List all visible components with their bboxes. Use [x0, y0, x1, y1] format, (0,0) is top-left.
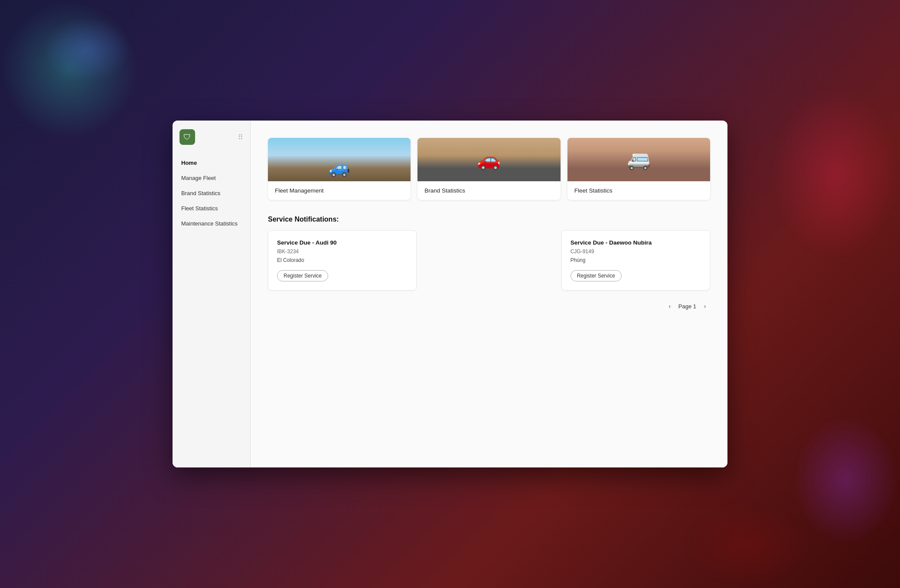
- main-content: Fleet Management Brand Statistics Fleet …: [251, 121, 727, 467]
- card-label-fleet-management: Fleet Management: [268, 181, 411, 200]
- notification-card-2: Service Due - Daewoo Nubira CJG-9149 Phù…: [561, 230, 710, 291]
- notif-location-1: El Colorado: [277, 257, 408, 263]
- jeep-image: [268, 138, 411, 181]
- prev-page-arrow[interactable]: ‹: [665, 301, 675, 311]
- app-window: 🛡 ⠿ Home Manage Fleet Brand Statistics F…: [173, 121, 727, 467]
- sports-car-image: [417, 138, 560, 181]
- feature-card-fleet-statistics[interactable]: Fleet Statistics: [567, 138, 710, 200]
- notification-card-1: Service Due - Audi 90 IBK-3234 El Colora…: [268, 230, 417, 291]
- notifications-row: Service Due - Audi 90 IBK-3234 El Colora…: [268, 230, 710, 291]
- card-label-brand-statistics: Brand Statistics: [417, 181, 560, 200]
- card-image-fleet-management: [268, 138, 411, 181]
- register-service-btn-2[interactable]: Register Service: [571, 270, 622, 281]
- sidebar-item-manage-fleet[interactable]: Manage Fleet: [173, 170, 250, 186]
- feature-card-fleet-management[interactable]: Fleet Management: [268, 138, 411, 200]
- page-label: Page 1: [678, 303, 696, 310]
- suv-image: [567, 138, 710, 181]
- notif-location-2: Phùng: [571, 257, 701, 263]
- sidebar: 🛡 ⠿ Home Manage Fleet Brand Statistics F…: [173, 121, 251, 467]
- sidebar-item-maintenance-statistics[interactable]: Maintenance Statistics: [173, 216, 250, 231]
- card-image-fleet-statistics: [567, 138, 710, 181]
- sidebar-item-home[interactable]: Home: [173, 155, 250, 170]
- register-service-btn-1[interactable]: Register Service: [277, 270, 328, 281]
- notif-plate-2: CJG-9149: [571, 248, 701, 255]
- sidebar-item-brand-statistics[interactable]: Brand Statistics: [173, 186, 250, 201]
- notif-title-1: Service Due - Audi 90: [277, 239, 408, 246]
- next-page-arrow[interactable]: ›: [700, 301, 710, 311]
- sidebar-header: 🛡 ⠿: [173, 129, 250, 155]
- notif-title-2: Service Due - Daewoo Nubira: [571, 239, 701, 246]
- grid-icon[interactable]: ⠿: [238, 133, 243, 141]
- service-notifications-title: Service Notifications:: [268, 216, 710, 223]
- feature-cards-row: Fleet Management Brand Statistics Fleet …: [268, 138, 710, 200]
- feature-card-brand-statistics[interactable]: Brand Statistics: [417, 138, 560, 200]
- card-label-fleet-statistics: Fleet Statistics: [567, 181, 710, 200]
- logo-icon: 🛡: [179, 129, 195, 145]
- card-image-brand-statistics: [417, 138, 560, 181]
- notif-plate-1: IBK-3234: [277, 248, 408, 255]
- sidebar-item-fleet-statistics[interactable]: Fleet Statistics: [173, 201, 250, 216]
- pagination: ‹ Page 1 ›: [268, 301, 710, 311]
